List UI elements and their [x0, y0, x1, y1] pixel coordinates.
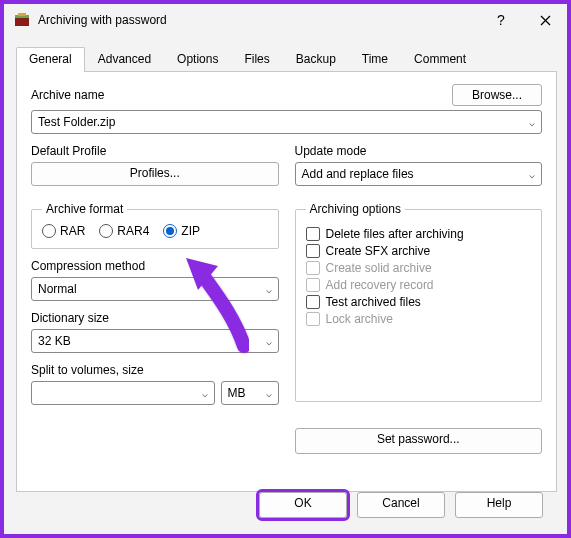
- tab-strip: General Advanced Options Files Backup Ti…: [16, 46, 557, 72]
- chevron-down-icon: ⌵: [202, 388, 208, 399]
- archive-name-value: Test Folder.zip: [38, 115, 115, 129]
- help-button[interactable]: Help: [455, 492, 543, 518]
- format-zip-radio[interactable]: ZIP: [163, 224, 200, 238]
- opt-test-checkbox[interactable]: Test archived files: [306, 295, 532, 309]
- dictionary-size-value: 32 KB: [38, 334, 71, 348]
- update-mode-label: Update mode: [295, 144, 543, 158]
- archive-format-legend: Archive format: [42, 202, 127, 216]
- split-volumes-label: Split to volumes, size: [31, 363, 279, 377]
- tab-backup[interactable]: Backup: [283, 47, 349, 72]
- update-mode-value: Add and replace files: [302, 167, 414, 181]
- tab-time[interactable]: Time: [349, 47, 401, 72]
- chevron-down-icon: ⌵: [529, 169, 535, 180]
- opt-delete-checkbox[interactable]: Delete files after archiving: [306, 227, 532, 241]
- chevron-down-icon: ⌵: [529, 117, 535, 128]
- opt-sfx-checkbox[interactable]: Create SFX archive: [306, 244, 532, 258]
- window-title: Archiving with password: [38, 13, 479, 27]
- opt-lock-checkbox: Lock archive: [306, 312, 532, 326]
- compression-method-value: Normal: [38, 282, 77, 296]
- archive-format-group: Archive format RAR RAR4 ZIP: [31, 202, 279, 249]
- svg-rect-2: [18, 13, 26, 16]
- ok-button[interactable]: OK: [259, 492, 347, 518]
- dictionary-size-label: Dictionary size: [31, 311, 279, 325]
- split-unit-value: MB: [228, 386, 246, 400]
- archiving-options-group: Archiving options Delete files after arc…: [295, 202, 543, 402]
- profiles-button[interactable]: Profiles...: [31, 162, 279, 186]
- tab-files[interactable]: Files: [231, 47, 282, 72]
- compression-method-select[interactable]: Normal ⌵: [31, 277, 279, 301]
- help-icon[interactable]: ?: [479, 5, 523, 35]
- compression-method-label: Compression method: [31, 259, 279, 273]
- tab-advanced[interactable]: Advanced: [85, 47, 164, 72]
- format-rar-radio[interactable]: RAR: [42, 224, 85, 238]
- update-mode-select[interactable]: Add and replace files ⌵: [295, 162, 543, 186]
- general-panel: Archive name Browse... Test Folder.zip ⌵…: [16, 72, 557, 492]
- tab-general[interactable]: General: [16, 47, 85, 72]
- archiving-options-legend: Archiving options: [306, 202, 405, 216]
- tab-comment[interactable]: Comment: [401, 47, 479, 72]
- titlebar: Archiving with password ?: [4, 4, 567, 36]
- opt-solid-checkbox: Create solid archive: [306, 261, 532, 275]
- cancel-button[interactable]: Cancel: [357, 492, 445, 518]
- chevron-down-icon: ⌵: [266, 284, 272, 295]
- browse-button[interactable]: Browse...: [452, 84, 542, 106]
- close-icon[interactable]: [523, 5, 567, 35]
- chevron-down-icon: ⌵: [266, 336, 272, 347]
- split-size-input[interactable]: ⌵: [31, 381, 215, 405]
- archive-name-label: Archive name: [31, 88, 104, 102]
- format-rar4-radio[interactable]: RAR4: [99, 224, 149, 238]
- set-password-button[interactable]: Set password...: [295, 428, 543, 454]
- split-unit-select[interactable]: MB ⌵: [221, 381, 279, 405]
- opt-recovery-checkbox: Add recovery record: [306, 278, 532, 292]
- dictionary-size-select[interactable]: 32 KB ⌵: [31, 329, 279, 353]
- app-icon: [14, 12, 30, 28]
- chevron-down-icon: ⌵: [266, 388, 272, 399]
- default-profile-label: Default Profile: [31, 144, 279, 158]
- tab-options[interactable]: Options: [164, 47, 231, 72]
- archive-name-input[interactable]: Test Folder.zip ⌵: [31, 110, 542, 134]
